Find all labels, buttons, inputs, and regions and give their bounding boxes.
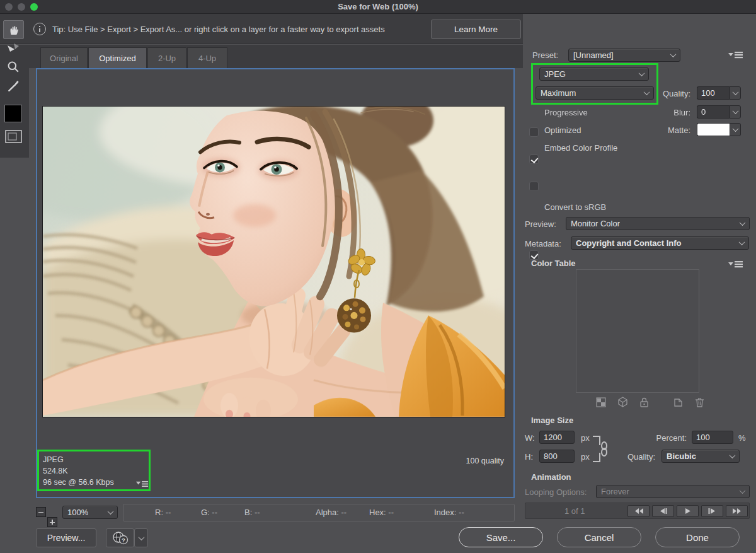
preset-dropdown[interactable]: [Unnamed] (568, 49, 680, 62)
metadata-dropdown[interactable]: Copyright and Contact Info (571, 236, 749, 250)
next-frame-button[interactable] (701, 505, 723, 517)
readout-alpha: Alpha: -- (316, 508, 346, 517)
browser-select-button[interactable]: ? (106, 528, 134, 547)
embed-color-profile-checkbox[interactable] (529, 182, 539, 191)
save-for-web-dialog: Save for Web (100%) Tip: (0, 0, 756, 553)
constrain-proportions-link-icon[interactable] (592, 434, 610, 464)
chevron-down-icon (639, 70, 645, 76)
status-quality-note: 100 quality (416, 455, 504, 467)
color-table-delete-icon[interactable] (694, 397, 705, 407)
blur-label: Blur: (665, 108, 690, 117)
last-frame-icon (732, 508, 742, 515)
height-unit: px (581, 452, 590, 462)
color-table-web-shift-icon[interactable] (617, 397, 628, 407)
status-format: JPEG (43, 454, 64, 465)
animation-frame-bar: 1 of 1 (525, 503, 750, 519)
tab-original[interactable]: Original (40, 47, 88, 68)
height-input[interactable]: 800 (539, 450, 575, 463)
image-size-title: Image Size (531, 416, 573, 425)
preview-in-browser-button[interactable]: Preview... (36, 528, 96, 547)
learn-more-button[interactable]: Learn More (431, 20, 521, 39)
blur-field[interactable]: 0 (697, 105, 741, 119)
svg-text:?: ? (122, 537, 125, 544)
status-file-size: 524.8K (43, 465, 68, 477)
previous-frame-button[interactable] (652, 505, 674, 517)
preview-image[interactable] (42, 106, 505, 417)
optimized-checkbox[interactable] (529, 154, 539, 164)
width-input[interactable]: 1200 (539, 431, 575, 444)
color-table-menu-icon[interactable] (728, 260, 743, 268)
chevron-down-icon (732, 108, 738, 114)
matte-label: Matte: (656, 125, 690, 135)
preview-dropdown[interactable]: Monitor Color (566, 217, 750, 230)
format-dropdown[interactable]: JPEG (539, 67, 649, 81)
color-table-new-color-icon[interactable] (673, 397, 684, 407)
eyedropper-icon (7, 79, 20, 92)
done-button[interactable]: Done (655, 527, 740, 547)
tab-2up[interactable]: 2-Up (147, 47, 186, 68)
animation-title: Animation (531, 472, 571, 482)
metadata-label: Metadata: (525, 239, 561, 248)
panel-menu-icon[interactable] (728, 51, 743, 59)
slice-select-tool-button[interactable] (6, 43, 20, 54)
chevron-down-icon (732, 89, 738, 95)
zoom-level-select[interactable]: 100% (62, 506, 118, 519)
frame-counter: 1 of 1 (564, 506, 585, 516)
play-button[interactable] (677, 505, 699, 517)
chevron-down-icon (732, 125, 738, 132)
percent-input[interactable]: 100 (692, 431, 733, 444)
looping-options-label: Looping Options: (525, 487, 587, 497)
zoom-tool-button[interactable] (7, 61, 20, 73)
zoom-out-button[interactable] (36, 507, 46, 517)
compression-quality-dropdown[interactable]: Maximum (536, 86, 654, 100)
info-icon (33, 23, 46, 35)
first-frame-icon (634, 508, 644, 515)
progressive-label: Progressive (544, 108, 588, 117)
save-button[interactable]: Save... (459, 527, 543, 547)
color-readout-strip: R: -- G: -- B: -- Alpha: -- Hex: -- Inde… (123, 504, 515, 521)
eyedropper-color-swatch[interactable] (4, 105, 22, 122)
readout-r: R: -- (155, 508, 171, 517)
blur-stepper[interactable] (730, 105, 741, 119)
chevron-down-icon (740, 487, 746, 494)
eyedropper-tool-button[interactable] (7, 79, 20, 92)
color-table-lock-icon[interactable] (639, 397, 650, 407)
last-frame-button[interactable] (726, 505, 748, 517)
play-icon (684, 508, 691, 515)
next-frame-icon (708, 508, 716, 515)
zoom-tool-icon (7, 61, 20, 73)
quality-stepper[interactable] (730, 86, 741, 100)
progressive-checkbox[interactable] (529, 127, 539, 137)
status-menu-icon[interactable] (136, 480, 149, 487)
portrait-photo (43, 107, 505, 417)
embed-color-profile-label: Embed Color Profile (544, 143, 617, 153)
matte-color-swatch[interactable] (697, 123, 730, 136)
chevron-down-icon (740, 219, 746, 226)
matte-field[interactable] (697, 123, 741, 136)
readout-index: Index: -- (434, 508, 464, 517)
chevron-down-icon (108, 508, 114, 515)
tab-4up[interactable]: 4-Up (187, 47, 227, 68)
width-label: W: (525, 433, 535, 443)
browser-select-chevron[interactable] (134, 528, 148, 547)
browser-globe-icon: ? (112, 531, 129, 545)
zoom-in-button[interactable] (47, 517, 57, 527)
quality-field[interactable]: 100 (697, 86, 741, 100)
readout-hex: Hex: -- (369, 508, 394, 517)
resample-quality-dropdown[interactable]: Bicubic (662, 450, 740, 463)
toggle-slices-button[interactable] (5, 130, 22, 143)
percent-unit: % (738, 433, 746, 443)
toggle-slices-icon (5, 130, 22, 143)
optimized-label: Optimized (544, 125, 581, 135)
color-table-grid (576, 269, 699, 393)
hand-tool-button[interactable] (3, 20, 24, 39)
color-table-transparency-icon[interactable] (596, 397, 606, 407)
first-frame-button[interactable] (627, 505, 650, 517)
tip-text: Tip: Use File > Export > Export As... or… (52, 25, 385, 34)
chevron-down-icon (670, 51, 677, 57)
tab-optimized[interactable]: Optimized (88, 47, 147, 68)
cancel-button[interactable]: Cancel (557, 527, 641, 547)
quality-label: Quality: (653, 89, 690, 98)
matte-stepper[interactable] (730, 123, 741, 136)
previous-frame-icon (659, 508, 667, 515)
